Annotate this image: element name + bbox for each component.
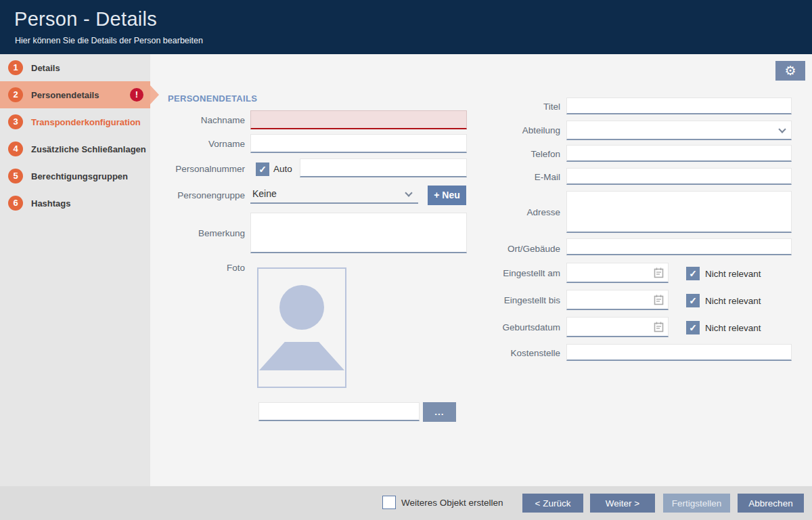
step-label: Personendetails	[31, 90, 99, 100]
nachname-label: Nachname	[150, 115, 245, 125]
personengruppe-label: Personengruppe	[150, 190, 245, 200]
eingestellt-bis-nicht-relevant-checkbox[interactable]: ✓	[686, 294, 700, 307]
eingestellt-am-nicht-relevant-checkbox[interactable]: ✓	[686, 267, 700, 280]
telefon-field[interactable]	[566, 145, 792, 162]
photo-path-field[interactable]	[258, 402, 420, 421]
nachname-field[interactable]	[250, 110, 467, 129]
foto-label: Foto	[150, 263, 245, 273]
geburtsdatum-nicht-relevant-checkbox[interactable]: ✓	[686, 321, 700, 334]
calendar-icon[interactable]	[654, 267, 664, 278]
vorname-field[interactable]	[250, 134, 467, 153]
nicht-relevant-label: Nicht relevant	[705, 296, 761, 306]
step-berechtigungsgruppen[interactable]: 5 Berechtigungsgruppen	[0, 162, 150, 190]
titel-field[interactable]	[566, 98, 792, 114]
weiteres-objekt-checkbox[interactable]	[382, 496, 396, 509]
settings-gear-icon[interactable]: ⚙	[775, 61, 805, 81]
step-hashtags[interactable]: 6 Hashtags	[0, 190, 150, 217]
eingestellt-bis-label: Eingestellt bis	[479, 295, 560, 305]
finish-button[interactable]: Fertigstellen	[663, 494, 730, 513]
person-details-window: Person - Details Hier können Sie die Det…	[0, 0, 812, 520]
step-zusaetzliche-schliessanlagen[interactable]: 4 Zusätzliche Schließanlagen	[0, 135, 150, 162]
step-number-badge: 2	[8, 87, 23, 102]
weiteres-objekt-label: Weiteres Objekt erstellen	[401, 498, 503, 508]
abteilung-select[interactable]	[566, 121, 792, 140]
step-personendetails[interactable]: 2 Personendetails !	[0, 81, 150, 108]
back-button[interactable]: < Zurück	[522, 494, 583, 513]
step-number-badge: 5	[8, 169, 23, 183]
wizard-step-sidebar: 1 Details 2 Personendetails ! 3 Transpon…	[0, 54, 150, 486]
photo-placeholder	[257, 267, 346, 388]
personalnummer-field[interactable]	[300, 158, 467, 177]
titel-label: Titel	[479, 102, 560, 112]
step-label: Zusätzliche Schließanlagen	[31, 144, 146, 154]
header: Person - Details Hier können Sie die Det…	[0, 0, 812, 54]
step-number-badge: 4	[8, 142, 23, 156]
chevron-down-icon	[405, 189, 412, 196]
step-number-badge: 6	[8, 196, 23, 211]
bemerkung-label: Bemerkung	[150, 228, 245, 238]
step-label: Transponderkonfiguration	[31, 117, 141, 127]
ort-gebaeude-label: Ort/Gebäude	[479, 244, 560, 254]
form-panel: ⚙ PERSONENDETAILS Nachname Vorname Perso…	[150, 54, 812, 486]
page-subtitle: Hier können Sie die Details der Person b…	[15, 36, 203, 45]
footer-bar: Weiteres Objekt erstellen < Zurück Weite…	[0, 486, 812, 520]
bemerkung-textarea[interactable]	[250, 213, 467, 253]
nicht-relevant-label: Nicht relevant	[705, 269, 761, 279]
calendar-icon[interactable]	[654, 322, 664, 332]
nicht-relevant-label: Nicht relevant	[705, 323, 761, 333]
kostenstelle-field[interactable]	[566, 344, 792, 361]
auto-checkbox-label: Auto	[273, 164, 292, 174]
eingestellt-am-label: Eingestellt am	[479, 268, 560, 278]
email-field[interactable]	[566, 168, 792, 185]
abteilung-label: Abteilung	[479, 125, 560, 135]
page-title: Person - Details	[14, 8, 157, 30]
calendar-icon[interactable]	[654, 295, 664, 305]
personengruppe-select[interactable]: Keine	[250, 186, 418, 204]
step-label: Berechtigungsgruppen	[31, 171, 128, 181]
vorname-label: Vorname	[150, 139, 245, 149]
eingestellt-am-date-field[interactable]	[566, 263, 669, 283]
auto-checkbox[interactable]: ✓	[256, 162, 269, 176]
step-label: Details	[31, 63, 60, 73]
adresse-textarea[interactable]	[566, 191, 792, 233]
step-label: Hashtags	[31, 198, 71, 209]
eingestellt-bis-date-field[interactable]	[566, 290, 669, 310]
ort-gebaeude-field[interactable]	[566, 238, 792, 255]
next-button[interactable]: Weiter >	[590, 494, 655, 513]
cancel-button[interactable]: Abbrechen	[738, 494, 804, 513]
geburtsdatum-label: Geburtsdatum	[479, 322, 560, 332]
geburtsdatum-date-field[interactable]	[566, 317, 669, 337]
validation-error-icon: !	[130, 88, 143, 102]
personalnummer-label: Personalnummer	[150, 164, 245, 174]
telefon-label: Telefon	[479, 149, 560, 159]
browse-photo-button[interactable]: ...	[423, 402, 456, 422]
step-number-badge: 3	[8, 114, 23, 129]
kostenstelle-label: Kostenstelle	[479, 348, 560, 358]
adresse-label: Adresse	[479, 207, 560, 217]
neu-gruppe-button[interactable]: + Neu	[428, 186, 466, 205]
email-label: E-Mail	[479, 172, 560, 182]
avatar-head-icon	[279, 285, 324, 330]
step-transponderkonfiguration[interactable]: 3 Transponderkonfiguration	[0, 108, 150, 135]
chevron-down-icon	[778, 125, 786, 133]
avatar-shoulders-icon	[259, 342, 344, 370]
step-number-badge: 1	[8, 60, 23, 75]
personengruppe-value: Keine	[252, 188, 277, 199]
step-details[interactable]: 1 Details	[0, 54, 150, 81]
section-title: PERSONENDETAILS	[168, 93, 257, 104]
